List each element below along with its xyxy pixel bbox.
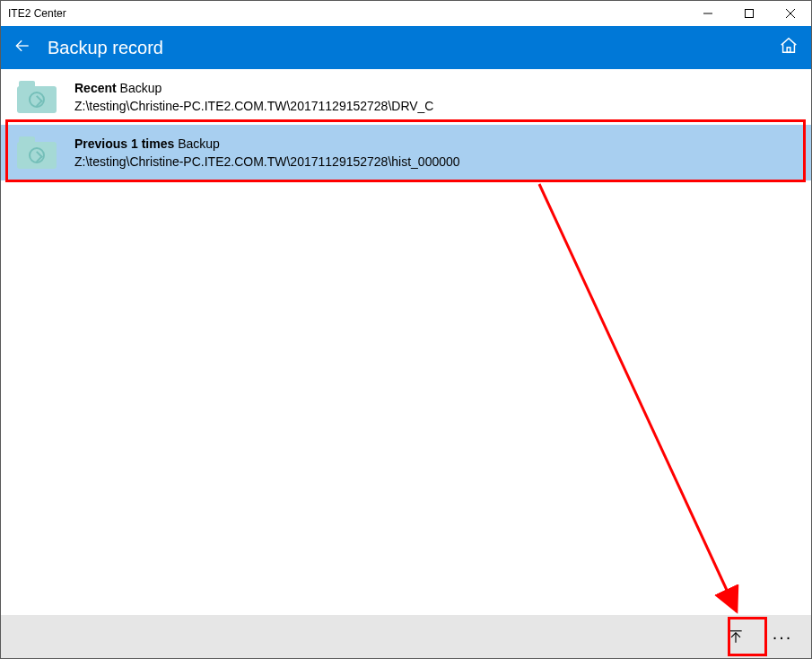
list-item-path: Z:\testing\Christine-PC.ITE2.COM.TW\2017…	[74, 99, 433, 113]
list-item-title-rest: Backup	[178, 136, 220, 151]
folder-backup-icon	[17, 81, 57, 113]
back-button[interactable]	[13, 37, 31, 58]
list-item-title: Recent Backup	[74, 81, 433, 95]
svg-line-8	[539, 184, 737, 611]
list-item-title-bold: Previous 1 times	[74, 136, 174, 151]
list-item-title-rest: Backup	[120, 81, 162, 95]
list-item-text: Previous 1 times Backup Z:\testing\Chris…	[74, 136, 460, 169]
list-item-previous[interactable]: Previous 1 times Backup Z:\testing\Chris…	[1, 125, 811, 180]
folder-backup-icon	[17, 136, 57, 169]
home-button[interactable]	[779, 36, 799, 59]
backup-list: Recent Backup Z:\testing\Christine-PC.IT…	[1, 69, 811, 180]
list-item-text: Recent Backup Z:\testing\Christine-PC.IT…	[74, 81, 433, 113]
list-item-path: Z:\testing\Christine-PC.ITE2.COM.TW\2017…	[74, 154, 460, 169]
list-item-title: Previous 1 times Backup	[74, 136, 460, 151]
window-controls	[687, 1, 811, 26]
svg-rect-1	[746, 10, 754, 18]
list-item-recent[interactable]: Recent Backup Z:\testing\Christine-PC.IT…	[1, 69, 811, 125]
window-titlebar: ITE2 Center	[1, 1, 811, 26]
maximize-button[interactable]	[729, 1, 770, 26]
restore-up-button[interactable]	[716, 617, 755, 656]
page-title: Backup record	[48, 38, 163, 58]
close-button[interactable]	[770, 1, 811, 26]
app-header: Backup record	[1, 26, 811, 69]
svg-rect-5	[787, 48, 790, 53]
command-bar: ···	[1, 615, 811, 658]
window-title: ITE2 Center	[8, 7, 66, 20]
list-item-title-bold: Recent	[74, 81, 117, 95]
more-button[interactable]: ···	[763, 627, 802, 647]
minimize-button[interactable]	[687, 1, 729, 26]
